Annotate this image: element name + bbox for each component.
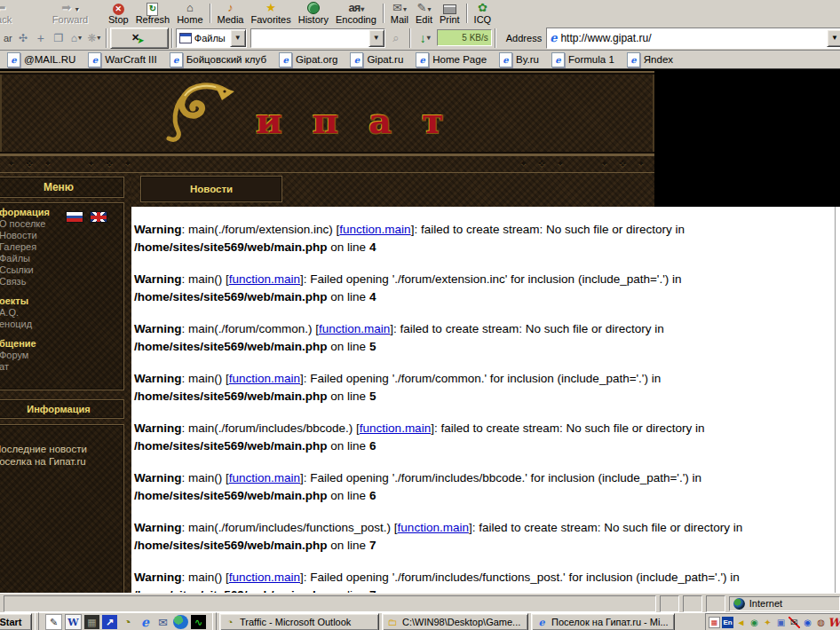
php-warning: Warning: main(./forum/extension.inc) [fu… xyxy=(134,221,830,256)
links-bar-item[interactable]: e WarCraft III xyxy=(88,52,156,67)
drop-zone-button[interactable]: ✕ ➤ xyxy=(110,28,169,49)
decorative-border-strip: ✦ ❖ ✦ ✦ ❖ ✦ ✦ ❖ ✦ ✦ ❖ ✦ xyxy=(0,155,654,173)
links-bar-item[interactable]: e Бойцовский клуб xyxy=(170,52,266,67)
links-bar-item[interactable]: e Gipat.org xyxy=(279,52,337,67)
function-main-link[interactable]: function.main xyxy=(339,223,410,236)
links-bar-item[interactable]: e Formula 1 xyxy=(551,52,614,67)
tray-mail-blocked-icon[interactable]: ✉ xyxy=(788,617,800,628)
edit-button[interactable]: ✎▾ Edit xyxy=(412,1,436,25)
quicklaunch-wave-icon[interactable]: ∿ xyxy=(191,615,206,629)
news-tab[interactable]: Новости xyxy=(140,176,282,202)
sidebar-news-line[interactable]: Последние новости xyxy=(0,443,123,455)
taskbar-button-explorer-folder[interactable]: 🗀 C:\WIN98\Desktop\Game... xyxy=(382,613,528,630)
download-arrow-icon[interactable]: ↓▾ xyxy=(414,28,437,48)
favorites-button[interactable]: ★ Favorites xyxy=(247,1,294,25)
internet-globe-icon xyxy=(733,598,745,610)
sidebar-menu-item[interactable]: Файлы xyxy=(0,253,123,264)
english-flag-icon[interactable] xyxy=(90,211,107,223)
sidebar-menu-item[interactable]: Ссылки xyxy=(0,264,123,276)
function-main-link[interactable]: function.main xyxy=(360,421,431,435)
sidebar-menu-item[interactable]: Форум xyxy=(0,350,123,361)
quicklaunch-clock-icon[interactable]: ◔ xyxy=(120,615,135,629)
toolbar-separator xyxy=(495,28,496,48)
links-bar-item[interactable]: e By.ru xyxy=(499,52,539,67)
address-toolbar: ar ✣ + ❐ ⌂▾ ❋▾ ✕ ➤ Файлы ▼ ▼ ⌕ ↓▾ 5 KB/s… xyxy=(0,26,840,51)
function-main-link[interactable]: function.main xyxy=(398,521,469,534)
forward-button[interactable]: ➡ ▾ Forward xyxy=(36,1,105,25)
php-warning: Warning: main(./forum/common.) [function… xyxy=(134,320,830,356)
tray-keyboard-layout-indicator[interactable]: En xyxy=(722,617,733,628)
function-main-link[interactable]: function.main xyxy=(229,471,300,484)
zone-label: Internet xyxy=(749,598,782,609)
encoding-button[interactable]: aя▾ Encoding xyxy=(332,1,380,25)
tray-display-icon[interactable]: ◉ xyxy=(749,617,760,628)
address-url[interactable]: http://www.gipat.ru/ xyxy=(560,32,651,44)
russian-flag-icon[interactable] xyxy=(66,211,83,223)
icq-icon: ✿ xyxy=(478,2,487,14)
search-icon[interactable]: ⌕ xyxy=(385,28,407,48)
address-field[interactable]: e http://www.gipat.ru/ ▼ xyxy=(546,28,840,49)
function-main-link[interactable]: function.main xyxy=(229,372,300,385)
quick-launch-bar: ✎W▦↗◔e✉●∿ xyxy=(45,614,206,630)
tray-tools-icon[interactable]: ✦ xyxy=(762,617,773,628)
links-bar-item[interactable]: e Gipat.ru xyxy=(350,52,403,67)
sidebar-menu-item[interactable]: Новости xyxy=(0,230,123,241)
icq-button[interactable]: ✿ ICQ xyxy=(471,1,495,25)
system-tray: ▦En◄◉✦▣✉◉◍W xyxy=(705,613,840,630)
tray-watson-icon[interactable]: W xyxy=(828,617,840,628)
media-button[interactable]: ♪ Media xyxy=(214,1,248,25)
links-bar-item[interactable]: e @MAIL.RU xyxy=(7,52,75,67)
pages-icon[interactable]: ❐ xyxy=(50,29,67,47)
sidebar-menu-item[interactable]: A.Q. xyxy=(0,307,123,319)
tray-antivirus-icon[interactable]: ◉ xyxy=(802,617,813,628)
taskbar-grip[interactable] xyxy=(212,612,217,630)
quicklaunch-mail-icon[interactable]: ✉ xyxy=(155,615,170,629)
spark-icon[interactable]: ✣ xyxy=(14,29,32,47)
tray-volume-icon[interactable]: ◄ xyxy=(735,617,747,628)
home-small-icon[interactable]: ⌂▾ xyxy=(67,29,85,47)
sidebar-menu-item[interactable]: Связь xyxy=(0,276,123,287)
sidebar-menu-item[interactable]: ат xyxy=(0,361,123,373)
quicklaunch-notes-icon[interactable]: ✎ xyxy=(45,614,62,630)
taskbar-button-ie-gipat[interactable]: e Поселок на Гипат.ru - Mi... xyxy=(531,613,675,630)
sidebar-news-line[interactable]: поселка на Гипат.ru xyxy=(0,455,123,468)
ie-page-icon: e xyxy=(416,52,429,67)
ie-page-icon: e xyxy=(88,52,101,67)
quicklaunch-arrow-icon[interactable]: ↗ xyxy=(102,615,117,629)
combo-dropdown-button[interactable]: ▼ xyxy=(230,29,246,47)
function-main-link[interactable]: function.main xyxy=(319,322,390,335)
home-button[interactable]: ⌂ Home xyxy=(173,1,206,25)
gear-icon[interactable]: ❋▾ xyxy=(85,29,103,47)
quicklaunch-ie-icon[interactable]: e xyxy=(138,615,153,629)
taskbar-button-outlook-traffic[interactable]: ◔ Traffic - Microsoft Outlook xyxy=(219,613,379,630)
links-bar-item[interactable]: e Home Page xyxy=(416,52,487,67)
function-main-link[interactable]: function.main xyxy=(229,272,300,286)
combo-dropdown-button[interactable]: ▼ xyxy=(368,29,384,47)
start-button[interactable]: Start xyxy=(0,613,32,630)
tray-scheduler-icon[interactable]: ▦ xyxy=(709,617,720,628)
speed-indicator: 5 KB/s xyxy=(437,29,492,46)
quicklaunch-word-icon[interactable]: W xyxy=(65,614,82,630)
sidebar-menu-item[interactable]: Галерея xyxy=(0,241,123,253)
tray-webmoney-icon[interactable]: ◍ xyxy=(815,617,827,628)
quicklaunch-grid-icon[interactable]: ▦ xyxy=(84,615,99,629)
links-bar-item[interactable]: e Яndex xyxy=(627,52,673,67)
quicklaunch-globe-icon[interactable]: ● xyxy=(173,615,188,629)
stop-button[interactable]: ✕ Stop xyxy=(105,1,132,25)
mail-button[interactable]: ✉▾ Mail xyxy=(387,1,412,25)
add-icon[interactable]: + xyxy=(32,29,50,47)
history-button[interactable]: History xyxy=(295,1,332,25)
scrollbar-edge[interactable] xyxy=(835,207,836,593)
sidebar-menu-item[interactable]: еноцид xyxy=(0,319,123,330)
ie-page-icon: e xyxy=(279,52,292,67)
print-button[interactable]: Print xyxy=(436,1,464,25)
address-dropdown-button[interactable]: ▼ xyxy=(827,29,840,47)
tray-network-icon[interactable]: ▣ xyxy=(775,617,787,628)
ornament-icon: ✦ ❖ ✦ xyxy=(7,158,55,169)
function-main-link[interactable]: function.main xyxy=(229,571,300,584)
back-button[interactable]: ⬅ Back xyxy=(0,1,36,25)
refresh-button[interactable]: ↻ Refresh xyxy=(132,1,174,25)
files-combobox[interactable]: Файлы ▼ xyxy=(176,28,247,48)
empty-combobox[interactable]: ▼ xyxy=(250,28,385,48)
taskbar-grip[interactable] xyxy=(35,612,39,630)
